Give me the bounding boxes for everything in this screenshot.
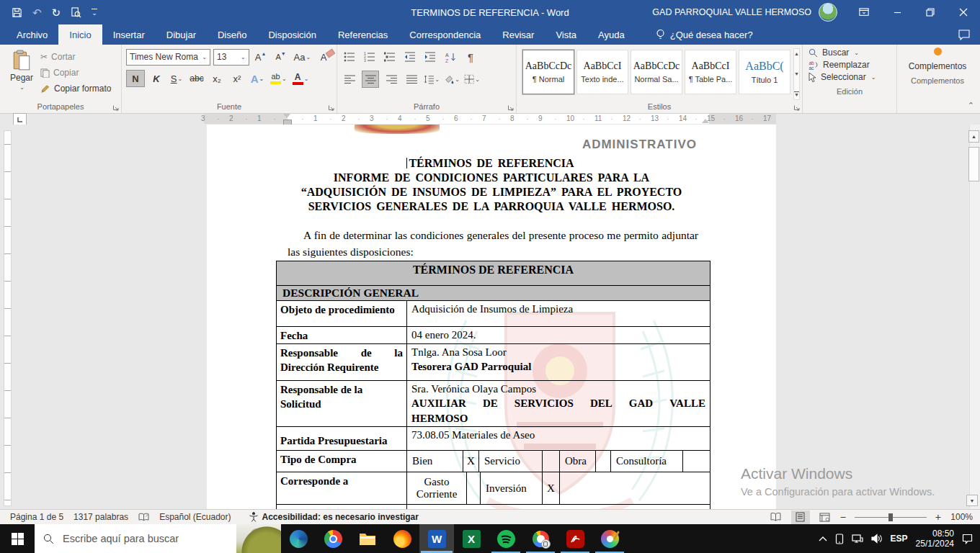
redo-icon[interactable]: ↻ [52,7,61,18]
scrollbar-thumb[interactable] [968,147,979,181]
font-name-combobox[interactable]: Times New Roma⌄ [126,49,210,66]
print-preview-icon[interactable] [71,7,81,18]
shading-icon[interactable]: ⌄ [444,71,460,87]
justify-icon[interactable] [404,71,419,87]
replace-button[interactable]: abac Reemplazar [808,60,891,70]
grow-font-button[interactable]: A▲ [252,49,270,65]
tab-insertar[interactable]: Insertar [102,24,156,45]
format-painter-button[interactable]: Copiar formato [40,81,111,96]
feedback-icon[interactable] [958,30,970,45]
action-center-icon[interactable] [962,534,973,544]
taskbar-clock[interactable]: 08:50 25/1/2024 [916,529,954,549]
cut-button[interactable]: ✂ Cortar [40,50,111,64]
web-layout-icon[interactable] [816,511,834,524]
align-center-icon[interactable] [362,71,379,88]
taskbar-explorer-icon[interactable] [350,524,385,553]
sort-icon[interactable]: AZ [442,49,458,65]
search-highlight-image[interactable] [236,524,281,553]
style-item[interactable]: AaBbCcI¶ Table Pa... [685,50,736,94]
underline-button[interactable]: S⌄ [168,71,185,86]
font-dialog-launcher-icon[interactable] [328,104,334,111]
clipboard-dialog-launcher-icon[interactable] [112,104,119,111]
shrink-font-button[interactable]: A▼ [272,49,290,65]
decrease-indent-icon[interactable] [402,49,418,65]
vertical-scrollbar[interactable]: ▲ [969,125,980,509]
tab-revisar[interactable]: Revisar [491,24,545,45]
scroll-up-icon[interactable]: ▲ [968,130,979,143]
ribbon-display-options-icon[interactable] [847,0,881,24]
style-item[interactable]: AaBbCcDc¶ Normal [522,50,574,94]
zoom-in-button[interactable]: + [935,511,941,523]
accessibility-icon[interactable] [249,512,259,522]
language-indicator[interactable]: Español (Ecuador) [159,512,231,522]
accessibility-status[interactable]: Accesibilidad: es necesario investigar [262,512,419,522]
increase-indent-icon[interactable] [422,49,438,65]
taskbar-search-input[interactable]: Escribe aquí para buscar [35,524,281,553]
zoom-slider-thumb[interactable] [888,513,893,521]
zoom-out-button[interactable]: − [840,511,846,523]
taskbar-chrome-app-icon[interactable] [523,524,558,553]
horizontal-ruler[interactable]: 1231234567891011121314151617············… [204,114,776,124]
reference-table[interactable]: TÉRMINOS DE REFERENCIADESCRIPCIÓN GENERA… [276,261,710,509]
your-phone-icon[interactable] [835,534,844,544]
tab-referencias[interactable]: Referencias [327,24,398,45]
italic-button[interactable]: K [148,71,165,86]
bold-button[interactable]: N [126,70,145,87]
style-item[interactable]: AaBbCcDcNormal Sa... [631,50,682,94]
numbering-icon[interactable]: 123 [362,49,378,65]
input-language-indicator[interactable]: ESP [891,534,908,544]
zoom-slider[interactable] [855,517,927,518]
document-page[interactable]: ADMINISTRATIVO TÉRMINOS DE REFERENCIAINF… [207,125,776,509]
styles-gallery-scroll[interactable]: ▲ ▼ ▼ [793,48,800,100]
styles-scroll-down-icon[interactable]: ▼ [794,71,799,76]
tab-archivo[interactable]: Archivo [6,24,58,45]
tray-expand-icon[interactable] [819,536,827,541]
change-case-button[interactable]: Aa⌄ [293,49,312,65]
styles-dialog-launcher-icon[interactable] [793,104,800,111]
taskbar-acrobat-icon[interactable] [558,524,592,553]
tab-ayuda[interactable]: Ayuda [587,24,636,45]
clear-formatting-button[interactable]: A [315,49,332,65]
superscript-button[interactable]: x² [228,71,246,86]
account-name[interactable]: GAD PARROQUIAL VALLE HERMOSO [652,7,811,17]
tab-correspondencia[interactable]: Correspondencia [398,24,491,45]
find-button[interactable]: Buscar⌄ [808,48,891,58]
tab-vista[interactable]: Vista [545,24,587,45]
read-mode-icon[interactable] [767,511,785,524]
proofing-icon[interactable] [138,513,149,522]
volume-icon[interactable] [871,534,883,544]
undo-icon[interactable]: ↶ [32,7,42,18]
styles-scroll-up-icon[interactable]: ▲ [794,51,799,56]
text-effects-button[interactable]: A⌄ [249,71,266,86]
strikethrough-button[interactable]: abc [188,71,205,86]
copy-button[interactable]: Copiar [40,66,111,80]
word-count[interactable]: 1317 palabras [74,512,128,522]
multilevel-list-icon[interactable] [382,49,398,65]
close-button[interactable] [947,0,980,24]
line-spacing-icon[interactable]: ⌄ [424,71,440,87]
borders-icon[interactable]: ⌄ [464,71,480,87]
print-layout-icon[interactable] [791,511,810,524]
taskbar-excel-icon[interactable]: X [454,524,489,553]
tab-diseño[interactable]: Diseño [207,24,257,45]
style-item[interactable]: AaBbC(Título 1 [739,50,790,94]
paragraph-dialog-launcher-icon[interactable] [507,104,514,111]
font-size-combobox[interactable]: 13⌄ [213,49,249,66]
taskbar-paint-icon[interactable] [592,524,627,553]
start-button[interactable] [0,524,35,553]
minimize-button[interactable] [881,0,914,24]
bullets-icon[interactable] [342,49,357,65]
tell-me-box[interactable]: ¿Qué desea hacer? [656,29,753,45]
customize-qat-icon[interactable]: ⌄ [92,9,97,17]
tab-disposición[interactable]: Disposición [257,24,326,45]
styles-more-icon[interactable]: ▼ [794,91,799,97]
addins-button[interactable]: Complementos [897,45,978,74]
align-left-icon[interactable] [342,71,357,87]
font-color-button[interactable]: A ⌄ [291,71,311,86]
highlight-color-button[interactable]: ab ⌄ [269,71,288,86]
subscript-button[interactable]: x₂ [208,71,226,86]
taskbar-firefox-icon[interactable] [385,524,419,553]
first-line-indent-marker[interactable] [283,114,290,118]
select-button[interactable]: Seleccionar⌄ [808,72,891,82]
align-right-icon[interactable] [383,71,399,87]
